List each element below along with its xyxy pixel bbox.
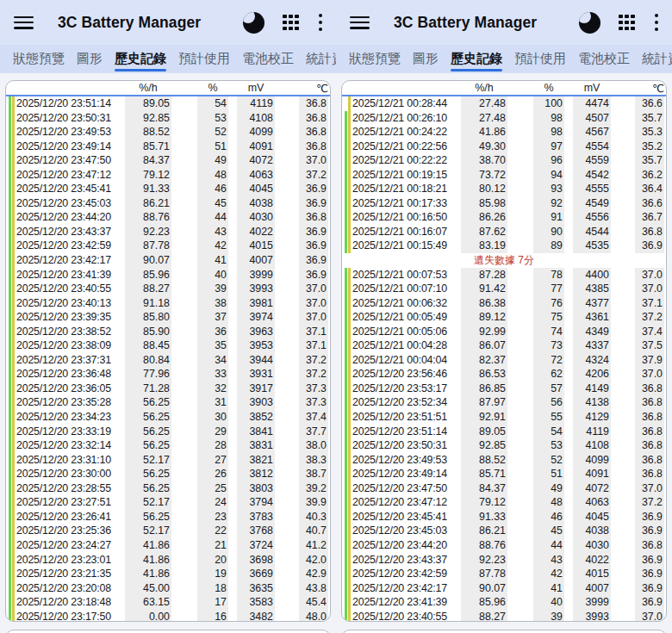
table-row[interactable]: 2025/12/21 00:04:0482.3772432437.9 [342, 353, 666, 368]
table-row[interactable]: 2025/12/21 00:18:2180.1293455536.4 [342, 182, 666, 196]
cell-percent: 38 [197, 296, 228, 311]
menu-icon[interactable] [14, 16, 34, 29]
table-row[interactable]: 2025/12/20 23:43:3792.2343402236.9 [6, 225, 330, 239]
tab-graph[interactable]: 圖形 [407, 45, 445, 73]
table-row[interactable]: 2025/12/20 23:34:2356.2530385237.4 [6, 410, 330, 425]
table-row[interactable]: 2025/12/20 23:36:4877.9633393137.2 [6, 367, 330, 382]
tab-history[interactable]: 歷史記錄 [109, 45, 172, 73]
table-row[interactable]: 2025/12/21 00:07:1091.4277438537.0 [342, 282, 666, 296]
table-row[interactable]: 2025/12/21 00:07:5387.2878440037.0 [342, 268, 666, 282]
cell-mv: 4063 [237, 168, 275, 183]
table-row[interactable]: 2025/12/20 23:49:1485.7151409136.8 [342, 467, 666, 481]
table-row[interactable]: 2025/12/20 23:50:3192.8553410836.8 [6, 111, 330, 126]
table-row[interactable]: 2025/12/20 23:40:5588.2739399337.0 [6, 282, 330, 296]
table-row[interactable]: 2025/12/20 23:53:1786.8557414936.8 [342, 382, 666, 396]
table-row[interactable]: 2025/12/20 23:27:5152.1724379439.9 [6, 495, 330, 510]
apps-grid-icon[interactable] [283, 15, 299, 31]
status-indicator-bars [345, 210, 352, 225]
table-row[interactable]: 2025/12/20 23:28:5556.2525380339.2 [6, 481, 330, 496]
table-row[interactable]: 2025/12/20 23:36:0571.2832391737.3 [6, 382, 330, 396]
table-row[interactable]: 2025/12/20 23:26:4156.2523378340.3 [6, 510, 330, 524]
table-row[interactable]: 2025/12/20 23:47:1279.1248406337.2 [342, 495, 666, 510]
table-row[interactable]: 2025/12/20 23:32:1456.2528383138.0 [6, 438, 330, 453]
table-row[interactable]: 2025/12/20 23:56:4686.5362420637.0 [342, 367, 666, 382]
table-row[interactable]: 2025/12/20 23:45:4191.3346404536.9 [342, 510, 666, 524]
table-row[interactable]: 2025/12/20 23:17:500.0016348248.0 [6, 610, 330, 622]
apps-grid-icon[interactable] [619, 15, 635, 31]
table-row[interactable]: 2025/12/20 23:47:5084.3749407237.0 [6, 153, 330, 168]
table-row[interactable]: 2025/12/21 00:26:1027.4898450735.7 [342, 111, 666, 126]
tab-status-overview[interactable]: 狀態預覽 [343, 45, 407, 73]
table-row[interactable]: 2025/12/20 23:41:3985.9640399936.9 [342, 595, 666, 610]
table-row[interactable]: 2025/12/20 23:45:0386.2145403836.9 [342, 524, 666, 538]
table-row[interactable]: 2025/12/21 00:28:4427.48100447436.6 [342, 96, 666, 111]
overflow-menu-icon[interactable] [653, 12, 660, 33]
table-row[interactable]: 2025/12/21 00:24:2241.8698456735.3 [342, 125, 666, 140]
table-row[interactable]: 2025/12/20 23:42:5987.7842401536.9 [6, 239, 330, 253]
tab-estimated-use[interactable]: 預計使用 [508, 45, 572, 73]
tab-status-overview[interactable]: 狀態預覽 [7, 45, 71, 73]
table-row[interactable]: 2025/12/21 00:06:3286.3876437737.1 [342, 296, 666, 311]
tab-statistics[interactable]: 統計資訊 [300, 45, 336, 73]
table-row[interactable]: 2025/12/21 00:05:0692.9974434937.4 [342, 325, 666, 339]
table-row[interactable]: 2025/12/20 23:51:1489.0554411936.8 [342, 425, 666, 439]
table-row[interactable]: 2025/12/20 23:42:1790.0741400736.9 [6, 253, 330, 268]
table-row[interactable]: 2025/12/20 23:30:0056.2526381238.7 [6, 467, 330, 481]
table-row[interactable]: 2025/12/20 23:51:1489.0554411936.8 [6, 96, 330, 111]
table-row[interactable]: 2025/12/20 23:21:3541.8619366942.9 [6, 567, 330, 581]
table-row[interactable]: 2025/12/20 23:47:5084.3749407237.0 [342, 481, 666, 496]
table-row[interactable]: 2025/12/20 23:49:1485.7151409136.8 [6, 140, 330, 154]
table-row[interactable]: 2025/12/20 23:40:1391.1838398137.0 [6, 296, 330, 311]
table-row[interactable]: 2025/12/20 23:52:3487.9756413836.8 [342, 395, 666, 410]
table-row[interactable]: 2025/12/21 00:05:4989.1275436137.2 [342, 310, 666, 325]
table-row[interactable]: 2025/12/20 23:38:5285.9036396337.1 [6, 325, 330, 339]
table-row[interactable]: 2025/12/20 23:47:1279.1248406337.2 [6, 168, 330, 183]
tab-battery-calibration[interactable]: 電池校正 [236, 45, 300, 73]
table-row[interactable]: 2025/12/20 23:20:0845.0018363543.8 [6, 581, 330, 596]
cell-mv: 4119 [237, 96, 275, 111]
overflow-menu-icon[interactable] [317, 12, 324, 33]
cell-mv: 4377 [573, 296, 611, 311]
menu-icon[interactable] [350, 16, 370, 29]
table-row[interactable]: 2025/12/20 23:50:3192.8553410836.8 [342, 438, 666, 453]
table-row[interactable]: 2025/12/20 23:44:2088.7644403036.8 [6, 210, 330, 225]
table-row[interactable]: 2025/12/20 23:51:5192.9155412936.8 [342, 410, 666, 425]
table-row[interactable]: 2025/12/21 00:15:4983.1989453536.9 [342, 239, 666, 253]
table-row[interactable]: 2025/12/21 00:04:2886.0773433737.5 [342, 338, 666, 353]
tab-estimated-use[interactable]: 預計使用 [172, 45, 236, 73]
table-row[interactable]: 2025/12/20 23:49:5388.5252409936.8 [342, 453, 666, 468]
screen-on-indicator [9, 182, 11, 196]
table-row[interactable]: 2025/12/20 23:35:2856.2531390337.3 [6, 395, 330, 410]
table-row[interactable]: 2025/12/20 23:18:4863.1517358345.4 [6, 595, 330, 610]
table-row[interactable]: 2025/12/20 23:38:0988.4535395337.1 [6, 338, 330, 353]
table-row[interactable]: 2025/12/20 23:49:5388.5252409936.8 [6, 125, 330, 140]
table-row[interactable]: 2025/12/20 23:45:4191.3346404536.9 [6, 182, 330, 196]
table-row[interactable]: 2025/12/20 23:33:1956.2529384137.7 [6, 425, 330, 439]
table-row[interactable]: 2025/12/20 23:23:0141.8620369842.0 [6, 553, 330, 568]
tab-graph[interactable]: 圖形 [71, 45, 109, 73]
tab-history[interactable]: 歷史記錄 [445, 45, 508, 73]
dark-mode-icon[interactable] [243, 12, 264, 34]
tab-battery-calibration[interactable]: 電池校正 [572, 45, 636, 73]
table-row[interactable]: 2025/12/21 00:22:5649.3097455435.2 [342, 140, 666, 154]
table-row[interactable]: 2025/12/21 00:17:3385.9892454936.6 [342, 196, 666, 211]
table-row[interactable]: 2025/12/20 23:41:3985.9640399936.9 [6, 268, 330, 282]
table-row[interactable]: 2025/12/21 00:19:1573.7294454236.2 [342, 168, 666, 183]
table-row[interactable]: 2025/12/21 00:16:0787.6290454436.8 [342, 225, 666, 239]
table-row[interactable]: 2025/12/20 23:24:2741.8621372441.2 [6, 538, 330, 553]
table-row[interactable]: 2025/12/20 23:42:5987.7842401536.9 [342, 567, 666, 581]
table-row[interactable]: 2025/12/20 23:42:1790.0741400736.9 [342, 581, 666, 596]
table-row[interactable]: 2025/12/20 23:45:0386.2145403836.9 [6, 196, 330, 211]
table-row[interactable]: 2025/12/20 23:39:3585.8037397437.0 [6, 310, 330, 325]
table-row[interactable]: 2025/12/20 23:40:5588.2739399337.0 [342, 610, 666, 622]
dark-mode-icon[interactable] [579, 12, 600, 34]
table-row[interactable]: 2025/12/20 23:31:1052.1727382138.3 [6, 453, 330, 468]
tab-statistics[interactable]: 統計資訊 [636, 45, 672, 73]
table-row[interactable]: 2025/12/21 00:22:2238.7096455935.7 [342, 153, 666, 168]
table-row[interactable]: 2025/12/20 23:43:3792.2343402236.9 [342, 553, 666, 568]
status-indicator-bars [9, 595, 16, 610]
table-row[interactable]: 2025/12/20 23:37:3180.8434394437.2 [6, 353, 330, 368]
table-row[interactable]: 2025/12/21 00:16:5086.2691455636.7 [342, 210, 666, 225]
table-row[interactable]: 2025/12/20 23:44:2088.7644403036.8 [342, 538, 666, 553]
table-row[interactable]: 2025/12/20 23:25:3652.1722376840.7 [6, 524, 330, 538]
